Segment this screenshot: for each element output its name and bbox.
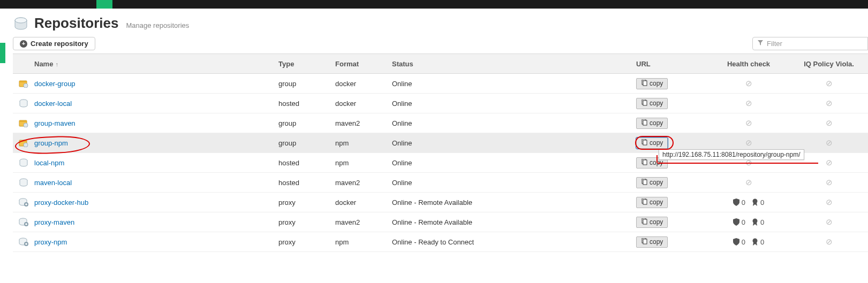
repo-type: hosted bbox=[278, 100, 335, 108]
col-type[interactable]: Type bbox=[278, 60, 335, 68]
repositories-table: Name↑ Type Format Status URL Health chec… bbox=[13, 53, 868, 252]
svg-rect-14 bbox=[643, 120, 647, 125]
create-repository-button[interactable]: + Create repository bbox=[13, 37, 95, 50]
repo-name-link[interactable]: docker-group bbox=[34, 80, 76, 88]
copy-icon bbox=[641, 80, 647, 88]
repo-health: ⊘ bbox=[706, 79, 791, 88]
copy-url-button[interactable]: copy bbox=[636, 236, 668, 248]
table-row[interactable]: group-mavengroupmaven2Onlinecopy⊘⊘ bbox=[13, 113, 868, 133]
repo-type: hosted bbox=[278, 179, 335, 187]
table-row[interactable]: docker-localhosteddockerOnlinecopy⊘⊘ bbox=[13, 94, 868, 113]
repo-name-link[interactable]: proxy-maven bbox=[34, 218, 74, 226]
repo-status: Online bbox=[392, 159, 636, 167]
copy-label: copy bbox=[650, 100, 663, 107]
repo-format: maven2 bbox=[335, 218, 392, 226]
topbar-accent bbox=[96, 0, 112, 9]
repo-format: npm bbox=[335, 238, 392, 246]
table-row[interactable]: proxy-docker-hubproxydockerOnline - Remo… bbox=[13, 193, 868, 212]
repo-status: Online - Ready to Connect bbox=[392, 238, 636, 246]
copy-url-button[interactable]: copy bbox=[636, 118, 668, 129]
repo-name-link[interactable]: proxy-docker-hub bbox=[34, 198, 88, 206]
table-row[interactable]: docker-groupgroupdockerOnlinecopy⊘⊘ bbox=[13, 74, 868, 94]
copy-url-button[interactable]: copy bbox=[636, 197, 668, 208]
repo-health: 00 bbox=[706, 238, 791, 246]
repo-status: Online bbox=[392, 179, 636, 187]
copy-url-button[interactable]: copy bbox=[636, 137, 668, 149]
repo-type: group bbox=[278, 139, 335, 147]
copy-label: copy bbox=[650, 80, 663, 87]
copy-label: copy bbox=[650, 198, 663, 206]
repo-health: ⊘ bbox=[706, 98, 791, 108]
table-row[interactable]: group-npmgroupnpmOnlinecopyhttp://192.16… bbox=[13, 133, 868, 153]
na-icon: ⊘ bbox=[826, 158, 833, 167]
repo-format: docker bbox=[335, 100, 392, 108]
copy-url-button[interactable]: copy bbox=[636, 78, 668, 89]
repo-name-link[interactable]: maven-local bbox=[34, 179, 72, 187]
page-title-row: Repositories Manage repositories bbox=[13, 15, 868, 32]
col-url[interactable]: URL bbox=[636, 60, 706, 68]
svg-point-4 bbox=[24, 83, 28, 88]
filter-input[interactable] bbox=[767, 40, 858, 48]
svg-rect-6 bbox=[643, 81, 647, 86]
repo-iq: ⊘ bbox=[791, 138, 866, 148]
table-row[interactable]: proxy-npmproxynpmOnline - Ready to Conne… bbox=[13, 232, 868, 252]
copy-label: copy bbox=[650, 238, 663, 246]
col-status[interactable]: Status bbox=[392, 60, 636, 68]
col-health[interactable]: Health check bbox=[706, 60, 791, 68]
repo-name-link[interactable]: docker-local bbox=[34, 100, 72, 108]
copy-icon bbox=[641, 198, 647, 206]
na-icon: ⊘ bbox=[826, 98, 833, 108]
na-icon: ⊘ bbox=[826, 217, 833, 227]
svg-rect-29 bbox=[643, 200, 647, 204]
repo-name-link[interactable]: local-npm bbox=[34, 159, 64, 167]
copy-url-button[interactable]: copy bbox=[636, 217, 668, 228]
na-icon: ⊘ bbox=[745, 98, 752, 108]
repo-type: group bbox=[278, 119, 335, 127]
filter-box[interactable] bbox=[752, 37, 868, 50]
repo-name-link[interactable]: proxy-npm bbox=[34, 238, 67, 246]
health-ribbon: 0 bbox=[752, 198, 764, 206]
copy-icon bbox=[641, 159, 647, 167]
repo-type-icon bbox=[13, 198, 34, 206]
repo-status: Online - Remote Available bbox=[392, 218, 636, 226]
copy-label: copy bbox=[650, 218, 663, 226]
na-icon: ⊘ bbox=[826, 138, 833, 148]
repo-status: Online bbox=[392, 119, 636, 127]
copy-icon bbox=[641, 139, 647, 147]
page-content: Repositories Manage repositories + Creat… bbox=[0, 9, 868, 252]
repo-type-icon bbox=[13, 158, 34, 167]
table-row[interactable]: maven-localhostedmaven2Onlinecopy⊘⊘ bbox=[13, 173, 868, 193]
col-name[interactable]: Name↑ bbox=[34, 60, 278, 68]
col-format[interactable]: Format bbox=[335, 60, 392, 68]
page-subtitle: Manage repositories bbox=[126, 21, 190, 29]
repo-format: npm bbox=[335, 139, 392, 147]
repo-status: Online - Remote Available bbox=[392, 198, 636, 206]
copy-icon bbox=[641, 100, 647, 108]
repo-type-icon bbox=[13, 79, 34, 88]
health-ribbon: 0 bbox=[752, 238, 764, 246]
svg-point-1 bbox=[15, 18, 27, 23]
repo-name-link[interactable]: group-maven bbox=[34, 119, 76, 127]
col-iq[interactable]: IQ Policy Viola. bbox=[791, 60, 866, 68]
repo-type-icon bbox=[13, 218, 34, 226]
na-icon: ⊘ bbox=[826, 178, 833, 187]
svg-point-12 bbox=[24, 123, 28, 127]
svg-rect-25 bbox=[643, 180, 647, 185]
repo-health: 00 bbox=[706, 218, 791, 226]
svg-rect-34 bbox=[643, 219, 647, 224]
repo-type: proxy bbox=[278, 238, 335, 246]
repo-iq: ⊘ bbox=[791, 237, 866, 247]
svg-point-17 bbox=[24, 143, 28, 147]
sort-asc-icon: ↑ bbox=[55, 61, 58, 67]
health-shield: 0 bbox=[733, 218, 745, 226]
copy-icon bbox=[641, 218, 647, 226]
repo-iq: ⊘ bbox=[791, 118, 866, 128]
repo-type-icon bbox=[13, 238, 34, 246]
na-icon: ⊘ bbox=[826, 197, 833, 207]
copy-url-button[interactable]: copy bbox=[636, 177, 668, 188]
repo-name-link[interactable]: group-npm bbox=[34, 139, 68, 147]
health-shield: 0 bbox=[733, 238, 745, 246]
svg-rect-39 bbox=[643, 239, 647, 244]
copy-url-button[interactable]: copy bbox=[636, 98, 668, 109]
table-row[interactable]: proxy-mavenproxymaven2Online - Remote Av… bbox=[13, 212, 868, 232]
